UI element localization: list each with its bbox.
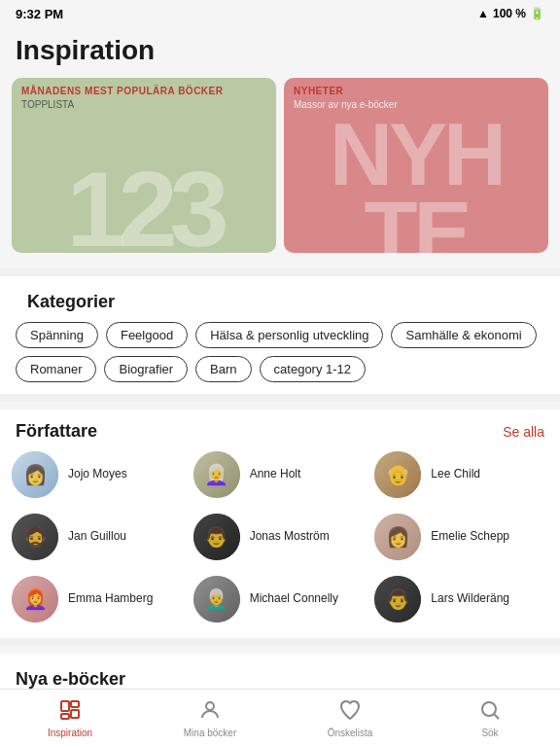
status-time: 9:32 PM [16,7,63,21]
divider-2 [0,394,560,402]
author-item-jan[interactable]: 🧔 Jan Guillou [8,514,190,560]
page-title: Inspiration [0,27,560,78]
avatar-jonas-mostrom: 👨 [193,514,240,560]
category-tag-biografier[interactable]: Biografier [104,356,188,382]
avatar-jojo-moyes: 👩 [12,451,58,498]
avatar-emelie-schepp: 👩 [374,514,421,560]
bottom-nav: Inspiration Mina böcker Önskelista Sök [0,689,560,747]
categories-title: Kategorier [12,288,548,322]
status-right: ▲ 100 % 🔋 [477,7,544,20]
avatar-anne-holt: 👩‍🦳 [193,451,240,498]
author-name-emelie: Emelie Schepp [431,529,509,545]
hero-popular-label: MÅNADENS MEST POPULÄRA BÖCKER [21,86,223,96]
author-item-michael[interactable]: 👨‍🦳 Michael Connelly [190,576,371,622]
onskelista-icon [338,698,362,726]
nav-onskelista-label: Önskelista [328,728,373,738]
svg-rect-0 [61,701,69,711]
svg-point-4 [206,702,214,710]
category-tag-halsa[interactable]: Hälsa & personlig utveckling [195,322,383,348]
nav-mina-bocker[interactable]: Mina böcker [140,690,280,747]
authors-header: Författare Se alla [0,421,560,451]
author-item-lee[interactable]: 👴 Lee Child [370,451,552,498]
author-item-emma[interactable]: 👩‍🦰 Emma Hamberg [8,576,190,622]
nav-sok-label: Sök [481,728,498,738]
category-tag-samhalle[interactable]: Samhälle & ekonomi [391,322,536,348]
main-content: 9:32 PM ▲ 100 % 🔋 Inspiration MÅNADENS M… [0,0,560,747]
author-item-anne[interactable]: 👩‍🦳 Anne Holt [190,451,371,498]
author-name-jojo: Jojo Moyes [68,467,127,482]
svg-point-5 [482,702,496,716]
nav-onskelista[interactable]: Önskelista [280,690,420,747]
divider-1 [0,268,560,276]
hero-popular-sublabel: TOPPLISTA [21,99,74,110]
category-tags: Spänning Feelgood Hälsa & personlig utve… [12,322,548,382]
svg-rect-2 [71,710,79,718]
inspiration-icon [58,698,82,726]
nav-inspiration[interactable]: Inspiration [0,690,140,747]
author-name-jonas: Jonas Moström [250,529,330,545]
category-tag-romaner[interactable]: Romaner [16,356,96,382]
category-tag-barn[interactable]: Barn [195,356,251,382]
author-name-jan: Jan Guillou [68,529,126,545]
wifi-icon: ▲ [477,7,489,20]
avatar-lee-child: 👴 [374,451,421,498]
sok-icon [478,698,502,726]
hero-news-bigtext: NYHTE [284,107,548,253]
hero-nyh-text: NYHTE [284,87,548,253]
svg-rect-3 [61,714,69,719]
author-name-lars: Lars Wilderäng [431,591,509,607]
avatar-emma-hamberg: 👩‍🦰 [12,576,58,622]
author-name-anne: Anne Holt [250,467,301,482]
avatar-michael-connelly: 👨‍🦳 [193,576,240,622]
see-all-link[interactable]: Se alla [503,424,544,440]
author-item-jonas[interactable]: 👨 Jonas Moström [190,514,371,560]
hero-section: MÅNADENS MEST POPULÄRA BÖCKER TOPPLISTA … [0,78,560,268]
mina-bocker-icon [198,698,222,726]
category-tag-1-12[interactable]: category 1-12 [260,356,367,382]
battery-level: 100 % [493,7,526,20]
battery-icon: 🔋 [530,7,544,20]
hero-popular-bigtext: 123 [12,156,276,253]
author-name-lee: Lee Child [431,467,480,482]
author-name-emma: Emma Hamberg [68,591,153,607]
author-item-emelie[interactable]: 👩 Emelie Schepp [370,514,552,560]
category-tag-spannung[interactable]: Spänning [16,322,98,348]
status-bar: 9:32 PM ▲ 100 % 🔋 [0,0,560,27]
category-tag-feelgood[interactable]: Feelgood [106,322,188,348]
avatar-lars-wilderang: 👨 [374,576,421,622]
nav-inspiration-label: Inspiration [48,728,92,738]
authors-grid: 👩 Jojo Moyes 👩‍🦳 Anne Holt 👴 Lee Child 🧔 [0,451,560,634]
categories-section: Kategorier Spänning Feelgood Hälsa & per… [0,276,560,394]
author-item-lars[interactable]: 👨 Lars Wilderäng [370,576,552,622]
authors-title: Författare [16,421,97,442]
svg-line-6 [495,715,500,720]
hero-news-banner[interactable]: NYHETER Massor av nya e-böcker NYHTE [284,78,548,253]
avatar-jan-guillou: 🧔 [12,514,58,560]
hero-popular-banner[interactable]: MÅNADENS MEST POPULÄRA BÖCKER TOPPLISTA … [12,78,276,253]
authors-section: Författare Se alla 👩 Jojo Moyes 👩‍🦳 Anne… [0,409,560,638]
divider-3 [0,638,560,646]
hero-num-text: 123 [66,156,222,253]
nav-sok[interactable]: Sök [420,690,560,747]
nav-mina-bocker-label: Mina böcker [184,728,236,738]
svg-rect-1 [71,701,79,707]
author-item-jojo[interactable]: 👩 Jojo Moyes [8,451,190,498]
author-name-michael: Michael Connelly [250,591,338,607]
